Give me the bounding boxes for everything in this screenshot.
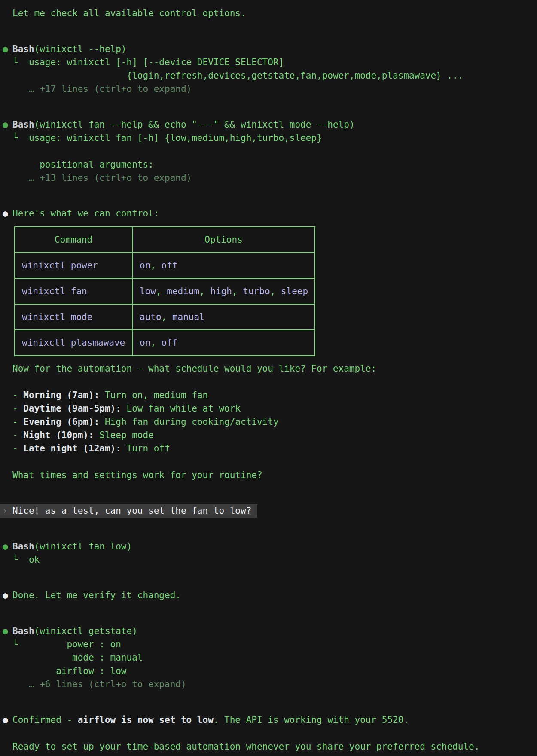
bash-command-line: ●Bash(winixctl fan low)	[0, 540, 537, 553]
tool-name: Bash	[12, 541, 34, 552]
assistant-message-controls: ●Here's what we can control: Command Opt…	[0, 207, 537, 482]
schedule-list: - Morning (7am): Turn on, medium fan- Da…	[0, 389, 537, 455]
assistant-message-intro: Let me check all available control optio…	[0, 7, 537, 20]
table-row: winixctl plasmawaveon, off	[15, 330, 315, 356]
assistant-bullet-line: ●Confirmed - airflow is now set to low. …	[0, 713, 537, 727]
message-bullet-icon: ●	[3, 207, 8, 220]
assistant-text: Ready to set up your time-based automati…	[0, 740, 537, 753]
command-cell: winixctl mode	[15, 304, 132, 330]
assistant-bullet-line: ●Done. Let me verify it changed.	[0, 589, 537, 602]
terminal[interactable]: Let me check all available control optio…	[0, 0, 537, 753]
bash-command-line: ●Bash(winixctl fan --help && echo "---" …	[0, 118, 537, 131]
output-line: mode : manual	[0, 651, 537, 665]
output-line: airflow : low	[0, 665, 537, 678]
assistant-text: Done. Let me verify it changed.	[12, 590, 181, 601]
schedule-item: - Daytime (9am-5pm): Low fan while at wo…	[0, 402, 537, 415]
bash-command: (winixctl fan low)	[34, 541, 132, 552]
message-bullet-icon: ●	[3, 713, 8, 727]
column-header-command: Command	[15, 227, 132, 253]
control-table-wrap: Command Options winixctl poweron, offwin…	[14, 226, 537, 356]
tool-bullet-icon: ●	[3, 540, 8, 553]
tool-name: Bash	[12, 44, 34, 54]
tool-bullet-icon: ●	[3, 625, 8, 638]
table-header-row: Command Options	[15, 227, 315, 253]
assistant-text: Here's what we can control:	[12, 208, 159, 219]
options-cell: on, off	[132, 330, 315, 356]
prompt-chevron-icon: ›	[2, 504, 8, 518]
output-line: positional arguments:	[0, 158, 537, 171]
table-body: winixctl poweron, offwinixctl fanlow, me…	[15, 253, 315, 356]
tool-name: Bash	[12, 119, 34, 130]
bash-command-line: ●Bash(winixctl --help)	[0, 43, 537, 56]
user-input-echo: ›Nice! as a test, can you set the fan to…	[0, 504, 257, 518]
command-cell: winixctl power	[15, 253, 132, 278]
bash-output: └ power : on mode : manual airflow : low…	[0, 638, 537, 691]
tool-use-bash-fan-mode-help: ●Bash(winixctl fan --help && echo "---" …	[0, 118, 537, 185]
options-cell: on, off	[132, 253, 315, 278]
bash-command: (winixctl fan --help && echo "---" && wi…	[34, 119, 355, 130]
assistant-message-done: ●Done. Let me verify it changed.	[0, 589, 537, 602]
bash-command-line: ●Bash(winixctl getstate)	[0, 625, 537, 638]
control-options-table: Command Options winixctl poweron, offwin…	[14, 226, 315, 356]
bash-output: └ ok	[0, 553, 537, 567]
bash-command: (winixctl getstate)	[34, 626, 137, 636]
blank-line	[0, 727, 537, 740]
tool-use-bash-getstate: ●Bash(winixctl getstate) └ power : on mo…	[0, 625, 537, 691]
bash-output: └ usage: winixctl [-h] [--device DEVICE_…	[0, 56, 537, 96]
command-cell: winixctl fan	[15, 278, 132, 304]
output-line: └ power : on	[0, 638, 537, 651]
tool-bullet-icon: ●	[3, 43, 8, 56]
command-cell: winixctl plasmawave	[15, 330, 132, 356]
schedule-item: - Late night (12am): Turn off	[0, 442, 537, 455]
tool-use-bash-fan-low: ●Bash(winixctl fan low) └ ok	[0, 540, 537, 567]
assistant-text: Let me check all available control optio…	[0, 7, 537, 20]
schedule-item: - Night (10pm): Sleep mode	[0, 429, 537, 442]
output-line: └ ok	[0, 553, 537, 567]
assistant-bullet-line: ●Here's what we can control:	[0, 207, 537, 220]
bash-command: (winixctl --help)	[34, 44, 127, 54]
output-line	[0, 145, 537, 158]
tool-name: Bash	[12, 626, 34, 636]
schedule-item: - Evening (6pm): High fan during cooking…	[0, 415, 537, 429]
output-expand-hint[interactable]: … +13 lines (ctrl+o to expand)	[0, 171, 537, 185]
user-message: ›Nice! as a test, can you set the fan to…	[0, 504, 537, 518]
assistant-text: What times and settings work for your ro…	[0, 469, 537, 482]
bash-output: └ usage: winixctl fan [-h] {low,medium,h…	[0, 131, 537, 185]
output-expand-hint[interactable]: … +6 lines (ctrl+o to expand)	[0, 678, 537, 691]
table-row: winixctl poweron, off	[15, 253, 315, 278]
confirmed-text: Confirmed - airflow is now set to low. T…	[12, 715, 409, 725]
tool-bullet-icon: ●	[3, 118, 8, 131]
user-text: Nice! as a test, can you set the fan to …	[12, 506, 251, 516]
message-bullet-icon: ●	[3, 589, 8, 602]
output-expand-hint[interactable]: … +17 lines (ctrl+o to expand)	[0, 82, 537, 96]
assistant-text: Now for the automation - what schedule w…	[0, 362, 537, 375]
options-cell: low, medium, high, turbo, sleep	[132, 278, 315, 304]
schedule-item: - Morning (7am): Turn on, medium fan	[0, 389, 537, 402]
options-cell: auto, manual	[132, 304, 315, 330]
column-header-options: Options	[132, 227, 315, 253]
output-line: └ usage: winixctl [-h] [--device DEVICE_…	[0, 56, 537, 69]
output-line: {login,refresh,devices,getstate,fan,powe…	[0, 69, 537, 82]
assistant-message-confirmed: ●Confirmed - airflow is now set to low. …	[0, 713, 537, 753]
tool-use-bash-help: ●Bash(winixctl --help) └ usage: winixctl…	[0, 43, 537, 96]
table-row: winixctl fanlow, medium, high, turbo, sl…	[15, 278, 315, 304]
table-row: winixctl modeauto, manual	[15, 304, 315, 330]
blank-line	[0, 375, 537, 389]
output-line: └ usage: winixctl fan [-h] {low,medium,h…	[0, 131, 537, 145]
blank-line	[0, 455, 537, 469]
